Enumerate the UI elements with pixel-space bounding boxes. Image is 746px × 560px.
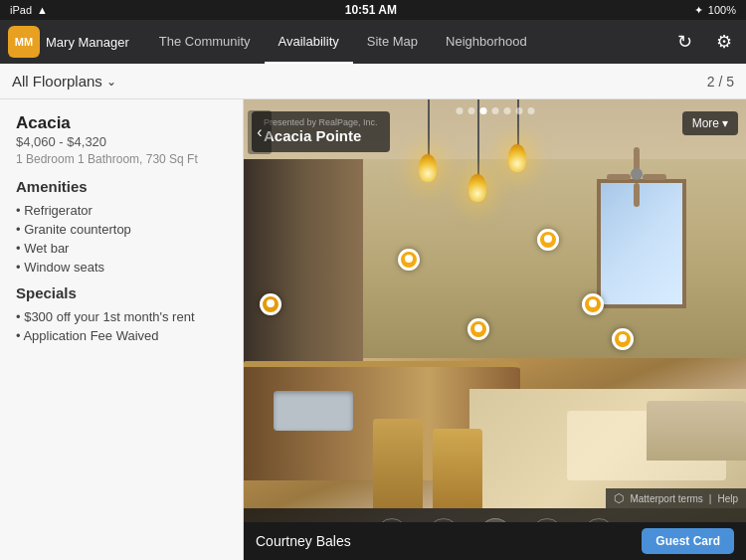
tour-header: ‹ Presented by RealPage, Inc. Acacia Poi… (244, 111, 746, 152)
tab-neighborhood[interactable]: Neighborhood (432, 20, 541, 64)
amenity-item: • Wet bar (16, 241, 227, 256)
time-display: 10:51 AM (345, 3, 397, 17)
manager-name: Mary Manager (46, 35, 129, 50)
agent-name: Courtney Bales (256, 533, 632, 549)
pendant-light-2 (468, 174, 486, 202)
couch (647, 401, 746, 461)
help-link[interactable]: Help (717, 493, 738, 504)
amenity-item-window-seats: • Window seats (16, 260, 227, 275)
matterport-bar: ⬡ Matterport terms | Help (606, 488, 746, 508)
nav-actions: ↻ ⚙ (670, 28, 738, 56)
hotspot-1[interactable] (260, 293, 281, 315)
prev-button[interactable]: ‹ (248, 110, 272, 154)
hotspot-5[interactable] (582, 293, 604, 315)
chevron-down-icon: ▾ (722, 116, 728, 130)
tab-sitemap[interactable]: Site Map (353, 20, 432, 64)
stool-2 (433, 429, 482, 508)
guest-card-button[interactable]: Guest Card (642, 528, 734, 554)
amenities-title: Amenities (16, 178, 227, 195)
settings-icon[interactable]: ⚙ (710, 28, 738, 56)
main-content: Acacia $4,060 - $4,320 1 Bedroom 1 Bathr… (0, 99, 746, 560)
stool-1 (373, 419, 423, 508)
unit-name: Acacia (16, 113, 227, 133)
hotspot-4[interactable] (537, 229, 559, 251)
nav-bar: MM Mary Manager The Community Availabili… (0, 20, 746, 64)
floorplan-label: All Floorplans (12, 73, 102, 90)
tour-presented-by: Presented by RealPage, Inc. (264, 117, 378, 127)
kitchen-sink (274, 391, 353, 431)
pendant-light-1 (419, 154, 437, 182)
left-panel: Acacia $4,060 - $4,320 1 Bedroom 1 Bathr… (0, 99, 244, 560)
hotspot-2[interactable] (398, 249, 420, 271)
hotspot-3[interactable] (467, 318, 489, 340)
hotspot-6[interactable] (612, 328, 634, 350)
tour-name: Acacia Pointe (264, 127, 378, 144)
wifi-icon: ▲ (37, 4, 48, 16)
special-item-discount: • $300 off your 1st month's rent (16, 309, 227, 324)
unit-price: $4,060 - $4,320 (16, 134, 227, 149)
tour-panel: ‹ Presented by RealPage, Inc. Acacia Poi… (244, 99, 746, 560)
matterport-icon: ⬡ (614, 491, 624, 505)
sub-bar: All Floorplans ⌄ 2 / 5 (0, 64, 746, 99)
specials-title: Specials (16, 284, 227, 301)
chevron-down-icon: ⌄ (106, 75, 116, 89)
agent-bar: Courtney Bales Guest Card (244, 522, 746, 560)
battery-label: 100% (708, 4, 736, 16)
app-logo: MM (8, 26, 40, 58)
tab-availability[interactable]: Availability (265, 20, 353, 64)
refresh-icon[interactable]: ↻ (670, 28, 698, 56)
tour-title-box: Presented by RealPage, Inc. Acacia Point… (252, 111, 390, 152)
device-label: iPad (10, 4, 32, 16)
amenity-item: • Refrigerator (16, 203, 227, 218)
tab-community[interactable]: The Community (145, 20, 265, 64)
special-item-fee: • Application Fee Waived (16, 328, 227, 343)
more-button[interactable]: More ▾ (682, 111, 738, 135)
matterport-terms[interactable]: Matterport terms (630, 493, 702, 504)
unit-details: 1 Bedroom 1 Bathroom, 730 Sq Ft (16, 152, 227, 166)
pagination-display: 2 / 5 (707, 74, 734, 90)
ceiling-fan (607, 144, 666, 204)
amenity-item: • Granite countertop (16, 222, 227, 237)
nav-tabs: The Community Availability Site Map Neig… (145, 20, 670, 64)
bluetooth-icon: ✦ (694, 4, 703, 17)
floorplan-selector[interactable]: All Floorplans ⌄ (12, 73, 116, 90)
status-bar: iPad ▲ 10:51 AM ✦ 100% (0, 0, 746, 20)
